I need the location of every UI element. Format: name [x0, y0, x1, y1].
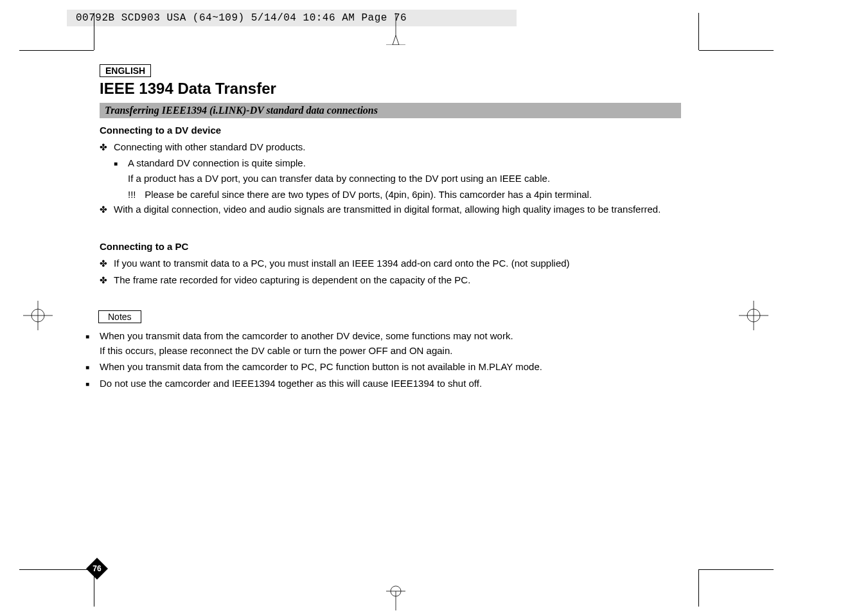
section-heading-bar: Transferring IEEE1394 (i.LINK)-DV standa… — [100, 103, 681, 118]
list-item: With a digital connection, video and aud… — [100, 202, 774, 217]
text: When you transmit data from the camcorde… — [100, 330, 513, 341]
crop-mark-bottom — [386, 585, 405, 610]
dv-list: Connecting with other standard DV produc… — [100, 139, 774, 154]
notes-label-box: Notes — [98, 310, 141, 323]
dv-sublist: A standard DV connection is quite simple… — [114, 155, 774, 186]
subheading-dv: Connecting to a DV device — [100, 125, 774, 136]
trim-line — [19, 569, 94, 570]
list-item: Connecting with other standard DV produc… — [100, 139, 774, 154]
list-item: A standard DV connection is quite simple… — [114, 155, 774, 186]
exclamation-icon: !!! — [128, 187, 142, 202]
list-item: Do not use the camcorder and IEEE1394 to… — [85, 376, 774, 391]
text: A standard DV connection is quite simple… — [128, 157, 306, 168]
notes-list: When you transmit data from the camcorde… — [85, 328, 774, 391]
page-content: ENGLISH IEEE 1394 Data Transfer Transfer… — [100, 64, 774, 392]
trim-line — [699, 569, 774, 570]
text: If this occurs, please reconnect the DV … — [100, 345, 452, 356]
prepress-header: 00792B SCD903 USA (64~109) 5/14/04 10:46… — [67, 10, 517, 26]
text: Please be careful since there are two ty… — [145, 189, 592, 200]
subheading-pc: Connecting to a PC — [100, 241, 774, 252]
page-number: 76 — [86, 560, 108, 577]
trim-line — [19, 50, 94, 51]
language-badge: ENGLISH — [100, 64, 151, 77]
trim-line — [698, 569, 699, 607]
trim-line — [698, 13, 699, 50]
registration-mark-left — [23, 301, 53, 330]
warning-line: !!! Please be careful since there are tw… — [128, 187, 774, 202]
list-item: When you transmit data from the camcorde… — [85, 328, 774, 359]
list-item: If you want to transmit data to a PC, yo… — [100, 256, 774, 271]
trim-line — [94, 13, 94, 50]
pc-list: If you want to transmit data to a PC, yo… — [100, 256, 774, 287]
crop-mark-top — [386, 13, 405, 45]
page-number-badge: 76 — [86, 558, 108, 580]
page-title: IEEE 1394 Data Transfer — [100, 80, 774, 98]
list-item: When you transmit data from the camcorde… — [85, 359, 774, 374]
text: If a product has a DV port, you can tran… — [128, 173, 550, 184]
trim-line — [699, 50, 774, 51]
dv-list: With a digital connection, video and aud… — [100, 202, 774, 217]
list-item: The frame rate recorded for video captur… — [100, 272, 774, 287]
